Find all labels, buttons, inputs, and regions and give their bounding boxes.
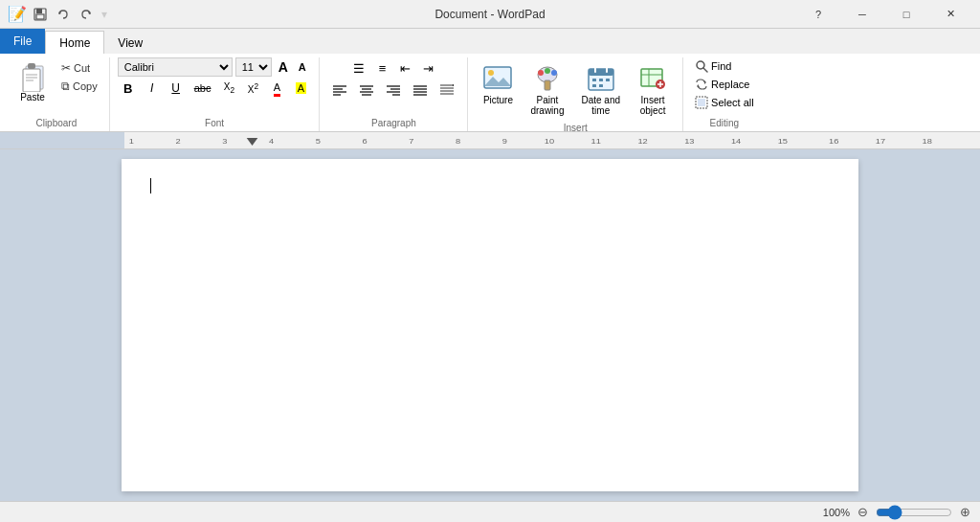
highlight-button[interactable]: A — [290, 79, 311, 98]
clipboard-group-content: Paste ✂ Cut ⧉ Copy — [11, 57, 101, 116]
align-center-icon — [359, 83, 374, 97]
save-button[interactable] — [31, 6, 50, 23]
paste-label: Paste — [20, 92, 45, 102]
justify-button[interactable] — [408, 80, 433, 102]
zoom-out-icon: ⊖ — [858, 505, 868, 519]
svg-text:17: 17 — [876, 137, 886, 146]
align-right-icon — [386, 83, 401, 97]
svg-marker-56 — [704, 80, 706, 84]
date-time-icon — [586, 64, 616, 93]
insert-group: Picture Paint drawing — [468, 57, 683, 131]
status-bar: 100% ⊖ ⊕ — [0, 501, 980, 522]
align-center-button[interactable] — [354, 80, 379, 102]
insert-object-button[interactable]: Insert object — [631, 59, 675, 121]
minimize-button[interactable]: ─ — [840, 0, 884, 29]
line-spacing-button[interactable] — [434, 80, 459, 102]
svg-rect-46 — [592, 84, 596, 87]
paste-button[interactable]: Paste — [11, 57, 54, 106]
svg-text:12: 12 — [637, 137, 648, 146]
decrease-indent-button[interactable]: ⇤ — [394, 57, 415, 79]
font-label: Font — [205, 116, 224, 131]
ordered-list-button[interactable]: ≡ — [371, 57, 392, 79]
zoom-slider[interactable] — [876, 505, 952, 520]
increase-indent-button[interactable]: ⇥ — [417, 57, 438, 79]
font-color-button[interactable]: A — [266, 79, 287, 98]
clipboard-group: Paste ✂ Cut ⧉ Copy Clipboard — [4, 57, 110, 131]
svg-rect-38 — [545, 80, 550, 90]
quick-access-toolbar: ▾ — [31, 6, 109, 23]
svg-point-35 — [538, 70, 544, 76]
justify-icon — [412, 83, 428, 97]
svg-text:3: 3 — [222, 137, 227, 146]
find-icon — [695, 59, 708, 73]
subscript-button[interactable]: X2 — [218, 79, 239, 98]
copy-button[interactable]: ⧉ Copy — [57, 78, 101, 95]
help-icon: ? — [815, 9, 821, 20]
close-icon: ✕ — [947, 8, 955, 20]
italic-button[interactable]: I — [142, 79, 163, 98]
shrink-font-button[interactable]: A — [295, 59, 310, 75]
date-time-button[interactable]: Date and time — [574, 59, 627, 121]
strikethrough-button[interactable]: abc — [189, 79, 216, 98]
ribbon: Paste ✂ Cut ⧉ Copy Clipboard Calibri — [0, 54, 980, 132]
tab-view[interactable]: View — [104, 33, 156, 54]
font-row2: B I U abc X2 X2 A A — [118, 79, 312, 98]
replace-icon — [695, 78, 708, 91]
paragraph-group-content: ☰ ≡ ⇤ ⇥ — [327, 57, 459, 116]
svg-text:6: 6 — [362, 137, 367, 146]
app-icon: 📝 — [8, 5, 27, 23]
picture-label: Picture — [483, 95, 513, 105]
select-all-icon — [695, 96, 708, 109]
find-button[interactable]: Find — [691, 57, 735, 75]
font-color-icon: A — [274, 81, 280, 97]
font-name-select[interactable]: Calibri — [118, 57, 233, 77]
title-bar: 📝 ▾ Document - WordPad ? — [0, 0, 980, 29]
zoom-out-button[interactable]: ⊖ — [856, 505, 870, 519]
align-left-button[interactable] — [327, 80, 352, 102]
svg-line-55 — [703, 68, 707, 72]
bold-button[interactable]: B — [118, 79, 139, 98]
cut-icon: ✂ — [61, 61, 71, 75]
svg-text:4: 4 — [269, 137, 274, 146]
maximize-button[interactable]: □ — [884, 0, 928, 29]
svg-marker-57 — [697, 84, 699, 88]
para-row2 — [327, 80, 459, 102]
replace-button[interactable]: Replace — [691, 76, 753, 93]
tab-file[interactable]: File — [0, 29, 45, 54]
find-label: Find — [711, 60, 731, 72]
svg-text:9: 9 — [502, 137, 507, 146]
grow-font-button[interactable]: A — [275, 57, 292, 77]
help-button[interactable]: ? — [796, 0, 840, 29]
svg-text:5: 5 — [316, 137, 321, 146]
undo-icon — [56, 8, 70, 21]
align-right-button[interactable] — [381, 80, 406, 102]
svg-text:15: 15 — [778, 137, 789, 146]
save-icon — [33, 8, 47, 21]
underline-button[interactable]: U — [166, 79, 187, 98]
svg-rect-2 — [36, 14, 44, 19]
minimize-icon: ─ — [858, 9, 866, 20]
superscript-button[interactable]: X2 — [242, 79, 263, 98]
document-page[interactable] — [122, 159, 858, 491]
undo-button[interactable] — [54, 6, 73, 23]
cut-button[interactable]: ✂ Cut — [57, 59, 101, 77]
redo-button[interactable] — [77, 6, 96, 23]
zoom-in-icon: ⊕ — [960, 505, 970, 519]
picture-button[interactable]: Picture — [476, 59, 520, 110]
unordered-list-button[interactable]: ☰ — [348, 57, 369, 79]
select-all-label: Select all — [711, 97, 754, 108]
svg-text:1: 1 — [129, 137, 134, 146]
paragraph-label: Paragraph — [371, 116, 416, 131]
svg-text:8: 8 — [456, 137, 460, 146]
font-size-select[interactable]: 11 — [235, 57, 272, 77]
tab-home[interactable]: Home — [45, 31, 104, 54]
paragraph-group: ☰ ≡ ⇤ ⇥ — [320, 57, 468, 131]
select-all-button[interactable]: Select all — [691, 94, 758, 111]
zoom-in-button[interactable]: ⊕ — [958, 505, 972, 519]
svg-text:13: 13 — [684, 137, 695, 146]
svg-text:18: 18 — [923, 137, 933, 146]
close-button[interactable]: ✕ — [928, 0, 972, 29]
paint-drawing-button[interactable]: Paint drawing — [523, 59, 570, 121]
window-controls: ? ─ □ ✕ — [796, 0, 972, 29]
paint-icon — [532, 64, 563, 93]
